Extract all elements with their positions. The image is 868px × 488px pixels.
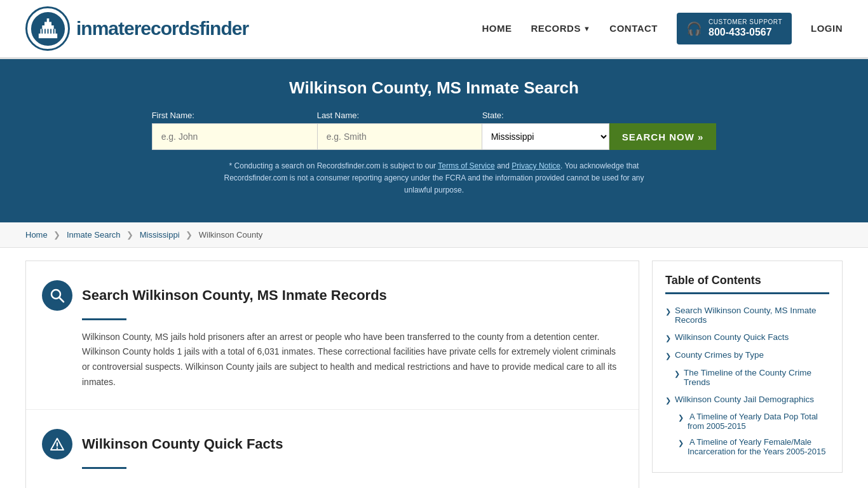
section1-header: Search Wilkinson County, MS Inmate Recor… — [42, 280, 620, 311]
section1-body: Wilkinson County, MS jails hold prisoner… — [82, 330, 620, 390]
toc-arrow-1: ❯ — [665, 308, 671, 316]
search-section-icon — [42, 280, 72, 311]
section1-divider — [82, 318, 126, 320]
toc-arrow-5: ❯ — [665, 396, 671, 405]
section2-divider — [82, 467, 126, 469]
toc-item-1[interactable]: ❯ Search Wilkinson County, MS Inmate Rec… — [665, 302, 829, 329]
first-name-input[interactable] — [152, 123, 317, 150]
support-number: 800-433-0567 — [709, 26, 782, 39]
customer-support-box[interactable]: 🎧 CUSTOMER SUPPORT 800-433-0567 — [677, 13, 792, 44]
hero-section: Wilkinson County, MS Inmate Search First… — [0, 59, 868, 222]
breadcrumb-current: Wilkinson County — [199, 230, 262, 240]
toc-arrow-4: ❯ — [665, 370, 680, 378]
support-label: CUSTOMER SUPPORT — [709, 18, 782, 26]
breadcrumb-inmate-search[interactable]: Inmate Search — [67, 230, 121, 240]
toc-sub-arrow-1: ❯ — [678, 414, 684, 422]
svg-point-15 — [57, 447, 58, 449]
toc-title: Table of Contents — [665, 274, 829, 294]
last-name-label: Last Name: — [317, 111, 359, 120]
breadcrumb: Home ❯ Inmate Search ❯ Mississippi ❯ Wil… — [0, 222, 868, 248]
state-label: State: — [482, 111, 504, 120]
main-content: Search Wilkinson County, MS Inmate Recor… — [0, 248, 868, 488]
toc-sub-item-1[interactable]: ❯ A Timeline of Yearly Data Pop Total fr… — [678, 409, 829, 434]
logo-area[interactable]: inmaterecordsfinder — [25, 6, 248, 51]
breadcrumb-mississippi[interactable]: Mississippi — [140, 230, 180, 240]
nav-records[interactable]: RECORDS ▼ — [531, 23, 590, 34]
nav-home[interactable]: HOME — [482, 23, 512, 34]
content-area: Search Wilkinson County, MS Inmate Recor… — [25, 261, 639, 488]
svg-rect-8 — [47, 29, 48, 33]
svg-rect-9 — [50, 29, 51, 33]
chevron-down-icon: ▼ — [583, 25, 590, 32]
search-form: First Name: Last Name: State: Mississipp… — [25, 111, 843, 150]
svg-rect-3 — [42, 25, 53, 29]
svg-rect-1 — [38, 33, 57, 37]
first-name-group: First Name: — [152, 111, 317, 150]
svg-rect-10 — [53, 29, 54, 33]
toc-box: Table of Contents ❯ Search Wilkinson Cou… — [652, 261, 843, 473]
section2-header: Wilkinson County Quick Facts — [42, 429, 620, 459]
toc-sub-item-2[interactable]: ❯ A Timeline of Yearly Female/Male Incar… — [678, 434, 829, 459]
disclaimer-text: * Conducting a search on Recordsfinder.c… — [212, 160, 656, 197]
toc-arrow-3: ❯ — [665, 352, 671, 360]
toc-arrow-2: ❯ — [665, 334, 671, 342]
toc-sub-arrow-2: ❯ — [678, 439, 684, 447]
svg-rect-5 — [46, 18, 49, 22]
toc-item-2[interactable]: ❯ Wilkinson County Quick Facts — [665, 329, 829, 346]
logo-text: inmaterecordsfinder — [76, 18, 248, 39]
state-group: State: Mississippi Alabama Alaska Arizon… — [482, 111, 609, 150]
svg-rect-4 — [44, 22, 51, 25]
toc-item-5[interactable]: ❯ Wilkinson County Jail Demographics — [665, 391, 829, 409]
privacy-link[interactable]: Privacy Notice — [512, 161, 560, 170]
main-nav: HOME RECORDS ▼ CONTACT 🎧 CUSTOMER SUPPOR… — [482, 13, 843, 44]
sidebar: Table of Contents ❯ Search Wilkinson Cou… — [652, 261, 843, 488]
search-now-button[interactable]: SEARCH NOW » — [609, 123, 717, 150]
section1-title: Search Wilkinson County, MS Inmate Recor… — [82, 287, 387, 304]
breadcrumb-sep-2: ❯ — [126, 230, 133, 240]
nav-contact[interactable]: CONTACT — [609, 23, 658, 34]
section2-title: Wilkinson County Quick Facts — [82, 436, 283, 452]
magnifier-icon — [50, 288, 65, 303]
warning-section-icon — [42, 429, 72, 459]
toc-item-3[interactable]: ❯ County Crimes by Type — [665, 346, 829, 364]
toc-list: ❯ Search Wilkinson County, MS Inmate Rec… — [665, 302, 829, 459]
breadcrumb-home[interactable]: Home — [25, 230, 48, 240]
last-name-input[interactable] — [317, 123, 482, 150]
breadcrumb-sep-3: ❯ — [186, 230, 193, 240]
terms-link[interactable]: Terms of Service — [438, 161, 494, 170]
login-button[interactable]: LOGIN — [811, 23, 843, 34]
logo-icon — [25, 6, 70, 51]
toc-sublist: ❯ A Timeline of Yearly Data Pop Total fr… — [665, 409, 829, 459]
first-name-label: First Name: — [152, 111, 194, 120]
state-select[interactable]: Mississippi Alabama Alaska Arizona Arkan… — [482, 123, 609, 150]
breadcrumb-sep-1: ❯ — [53, 230, 60, 240]
svg-line-12 — [60, 297, 64, 302]
headset-icon: 🎧 — [686, 21, 702, 36]
svg-rect-6 — [41, 29, 43, 33]
last-name-group: Last Name: — [317, 111, 482, 150]
warning-icon — [50, 437, 65, 452]
site-header: inmaterecordsfinder HOME RECORDS ▼ CONTA… — [0, 0, 868, 59]
svg-rect-7 — [44, 29, 46, 33]
section-quick-facts: Wilkinson County Quick Facts — [26, 410, 639, 488]
section-inmate-records: Search Wilkinson County, MS Inmate Recor… — [26, 261, 639, 410]
hero-title: Wilkinson County, MS Inmate Search — [25, 78, 843, 98]
toc-item-4[interactable]: ❯ The Timeline of the County Crime Trend… — [665, 364, 829, 391]
